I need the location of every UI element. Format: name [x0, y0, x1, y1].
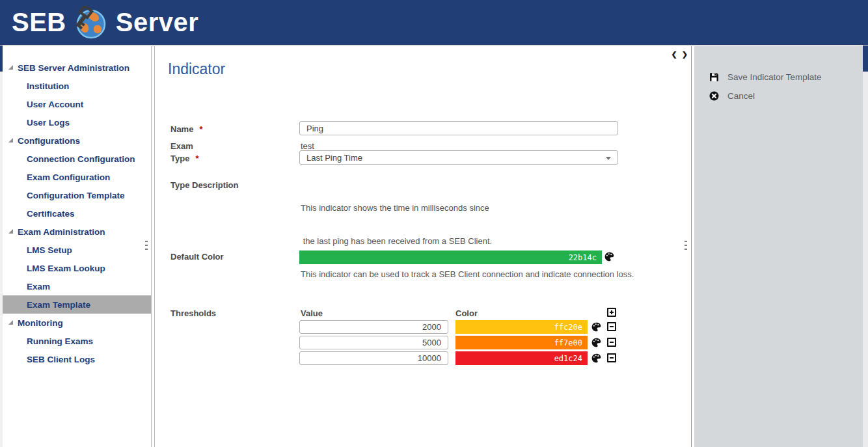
sidebar-item-running-exams[interactable]: Running Exams: [3, 332, 151, 350]
sidebar-item-monitoring[interactable]: Monitoring: [3, 314, 151, 332]
indicator-form-panel: ❮ ❯ Indicator Exam test Name* Type* Last…: [154, 46, 692, 447]
sidebar-item-user-logs[interactable]: User Logs: [3, 113, 151, 131]
palette-icon[interactable]: [591, 322, 601, 332]
palette-icon[interactable]: [604, 252, 614, 262]
collapse-right-icon[interactable]: ❯: [682, 50, 689, 58]
cancel-button[interactable]: Cancel: [694, 87, 863, 105]
required-asterisk: *: [195, 154, 198, 163]
thresholds-label: Thresholds: [170, 308, 216, 318]
threshold-color-bar: ff7e00: [455, 336, 588, 349]
tree-expand-icon[interactable]: [8, 320, 13, 325]
sidebar-item-seb-server-administration[interactable]: SEB Server Administration: [3, 59, 151, 77]
remove-threshold-button[interactable]: [607, 338, 616, 347]
color-column-header: Color: [455, 308, 478, 318]
sidebar-item-seb-client-logs[interactable]: SEB Client Logs: [3, 350, 151, 368]
sidebar-item-exam-configuration[interactable]: Exam Configuration: [3, 168, 151, 186]
required-asterisk: *: [199, 124, 202, 134]
sash-grip[interactable]: [685, 241, 687, 252]
sidebar-item-configuration-template[interactable]: Configuration Template: [3, 186, 151, 204]
sidebar-item-exam-template[interactable]: Exam Template: [3, 295, 151, 314]
default-color-label: Default Color: [170, 252, 224, 262]
threshold-value-input[interactable]: [299, 351, 448, 365]
sidebar-item-connection-configuration[interactable]: Connection Configuration: [3, 150, 151, 168]
app-header: SEB Server: [0, 0, 868, 46]
name-label: Name*: [170, 124, 202, 134]
threshold-color-bar: ffc20e: [455, 320, 588, 334]
default-color-bar: 22b14c: [299, 251, 602, 264]
sidebar-item-institution[interactable]: Institution: [3, 77, 151, 95]
brand-server: Server: [116, 8, 199, 37]
palette-icon[interactable]: [591, 353, 601, 363]
cancel-icon: [709, 91, 719, 101]
chevron-down-icon: [606, 157, 611, 160]
remove-threshold-button[interactable]: [607, 322, 616, 331]
threshold-color-bar: ed1c24: [455, 351, 588, 365]
threshold-value-input[interactable]: [299, 320, 448, 334]
sidebar-item-exam-administration[interactable]: Exam Administration: [3, 223, 151, 241]
globe-key-icon: [74, 6, 107, 40]
page-edge-right: [863, 72, 868, 447]
tree-expand-icon[interactable]: [8, 229, 13, 234]
save-indicator-template-button[interactable]: Save Indicator Template: [694, 68, 863, 87]
sidebar-item-certificates[interactable]: Certificates: [3, 204, 151, 223]
value-column-header: Value: [301, 308, 323, 318]
type-select[interactable]: Last Ping Time: [299, 150, 618, 165]
tree-expand-icon[interactable]: [8, 65, 13, 70]
panel-collapse-control: ❮ ❯: [671, 50, 690, 59]
remove-threshold-button[interactable]: [607, 353, 616, 362]
sidebar-item-lms-setup[interactable]: LMS Setup: [3, 241, 151, 259]
page-title: Indicator: [168, 61, 225, 78]
add-threshold-button[interactable]: [607, 308, 616, 317]
save-icon: [709, 72, 719, 82]
sidebar-item-configurations[interactable]: Configurations: [3, 131, 151, 150]
name-input[interactable]: [299, 121, 618, 135]
exam-value: test: [301, 141, 314, 151]
type-description-label: Type Description: [170, 180, 239, 190]
threshold-value-input[interactable]: [299, 336, 448, 349]
banner-edge-right: [863, 46, 868, 72]
exam-label: Exam: [170, 141, 193, 151]
action-panel: Save Indicator Template Cancel: [694, 46, 863, 447]
tree-expand-icon[interactable]: [8, 138, 13, 142]
sidebar-nav: SEB Server Administration Institution Us…: [3, 46, 152, 447]
type-label: Type*: [170, 154, 198, 163]
palette-icon[interactable]: [591, 338, 601, 347]
collapse-left-icon[interactable]: ❮: [671, 50, 679, 58]
sash-grip[interactable]: [145, 241, 148, 252]
brand-seb: SEB: [12, 8, 66, 37]
sidebar-item-exam[interactable]: Exam: [3, 277, 151, 295]
sidebar-item-lms-exam-lookup[interactable]: LMS Exam Lookup: [3, 259, 151, 277]
sidebar-item-user-account[interactable]: User Account: [3, 95, 151, 113]
